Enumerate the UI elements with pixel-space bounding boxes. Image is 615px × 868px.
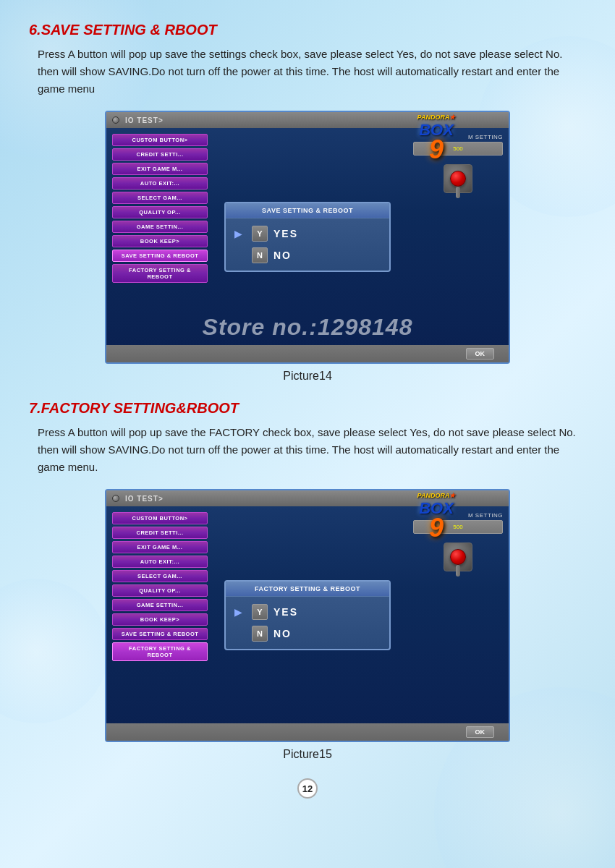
section-7-title: 7.FACTORY SETTING&RBOOT	[29, 400, 586, 417]
menu-save-setting[interactable]: SAVE SETTING & REBOOT	[112, 250, 208, 262]
section-7-body: Press A button will pop up save the FACT…	[29, 424, 586, 476]
n-key: N	[252, 247, 268, 263]
joystick-area-1	[444, 164, 472, 193]
screenshot-save-setting: IO TEST> PANDORA★ BOX 9 CUSTOM BUTTON> C…	[105, 111, 510, 364]
picture-15-label: Picture15	[29, 748, 586, 761]
menu-quality[interactable]: QUALITY OP...	[112, 206, 208, 218]
joystick-2	[444, 542, 472, 571]
yes-arrow: ▶	[234, 228, 246, 239]
menu-save-setting-2[interactable]: SAVE SETTING & REBOOT	[112, 628, 208, 640]
menu-exit-game[interactable]: EXIT GAME M...	[112, 163, 208, 175]
game-bottom-1: OK	[106, 345, 509, 362]
factory-dialog-box: FACTORY SETTING & REBOOT ▶ Y YES ▶ N NO	[224, 580, 391, 650]
game-screen-1: IO TEST> PANDORA★ BOX 9 CUSTOM BUTTON> C…	[105, 111, 510, 364]
topbar-dot-1	[112, 116, 119, 124]
menu-credit-setting[interactable]: CREDIT SETTI...	[112, 148, 208, 161]
save-dialog-box: SAVE SETTING & REBOOT ▶ Y YES ▶ N NO	[224, 202, 391, 272]
page-number: 12	[297, 778, 318, 799]
dialog-options-2: ▶ Y YES ▶ N NO	[226, 597, 389, 649]
no-option-2[interactable]: ▶ N NO	[234, 626, 381, 642]
joystick-ball-1	[450, 171, 466, 187]
picture-14-label: Picture14	[29, 370, 586, 383]
game-screen-2: IO TEST> PANDORA★ BOX 9 CUSTOM BUTTON> C…	[105, 489, 510, 742]
yes-arrow-2: ▶	[234, 606, 246, 618]
yes-option-2[interactable]: ▶ Y YES	[234, 604, 381, 620]
section-6-title: 6.SAVE SETTING & RBOOT	[29, 22, 586, 38]
topbar-text-1: IO TEST>	[125, 116, 164, 124]
screenshot-factory-setting: IO TEST> PANDORA★ BOX 9 CUSTOM BUTTON> C…	[105, 489, 510, 742]
no-label: NO	[273, 250, 292, 261]
ok-button-1[interactable]: OK	[466, 348, 495, 359]
menu-factory-setting-2[interactable]: FACTORY SETTING & REBOOT	[112, 642, 208, 661]
menu-exit-game-2[interactable]: EXIT GAME M...	[112, 541, 208, 553]
section-6-body: Press A button will pop up save the sett…	[29, 46, 586, 98]
topbar-text-2: IO TEST>	[125, 495, 164, 503]
y-key: Y	[252, 226, 268, 242]
pandora-logo-2: PANDORA★ BOX 9	[364, 490, 509, 545]
menu-book-keep[interactable]: BOOK KEEP>	[112, 235, 208, 247]
menu-auto-exit-2[interactable]: AUTO EXIT:...	[112, 556, 208, 568]
game-bottom-2: OK	[106, 723, 509, 741]
joystick-stick-2	[456, 565, 460, 576]
menu-custom-button-2[interactable]: CUSTOM BUTTON>	[112, 512, 208, 524]
n-key-2: N	[252, 626, 268, 642]
topbar-dot-2	[112, 495, 119, 502]
yes-option[interactable]: ▶ Y YES	[234, 226, 381, 242]
joystick-area-2	[444, 542, 472, 571]
section-7: 7.FACTORY SETTING&RBOOT Press A button w…	[29, 400, 586, 476]
yes-label-2: YES	[273, 606, 298, 618]
no-label-2: NO	[273, 628, 292, 639]
joystick-ball-2	[450, 549, 466, 565]
section-6: 6.SAVE SETTING & RBOOT Press A button wi…	[29, 22, 586, 98]
menu-book-keep-2[interactable]: BOOK KEEP>	[112, 613, 208, 626]
factory-dialog-title: FACTORY SETTING & REBOOT	[226, 582, 389, 597]
dialog-options-1: ▶ Y YES ▶ N NO	[226, 218, 389, 271]
y-key-2: Y	[252, 604, 268, 620]
menu-column-2: CUSTOM BUTTON> CREDIT SETTI... EXIT GAME…	[106, 506, 208, 723]
menu-factory-setting[interactable]: FACTORY SETTING & REBOOT	[112, 264, 208, 283]
menu-select-game-2[interactable]: SELECT GAM...	[112, 570, 208, 582]
save-dialog-title: SAVE SETTING & REBOOT	[226, 203, 389, 218]
yes-label: YES	[273, 228, 298, 239]
joystick-1	[444, 164, 472, 193]
no-option[interactable]: ▶ N NO	[234, 247, 381, 263]
menu-quality-2[interactable]: QUALITY OP...	[112, 584, 208, 597]
ok-button-2[interactable]: OK	[466, 726, 495, 738]
menu-auto-exit[interactable]: AUTO EXIT:...	[112, 177, 208, 190]
menu-credit-setting-2[interactable]: CREDIT SETTI...	[112, 527, 208, 539]
menu-select-game[interactable]: SELECT GAM...	[112, 192, 208, 204]
menu-column-1: CUSTOM BUTTON> CREDIT SETTI... EXIT GAME…	[106, 128, 208, 345]
menu-custom-button[interactable]: CUSTOM BUTTON>	[112, 134, 208, 146]
joystick-stick-1	[456, 187, 460, 198]
menu-game-setting[interactable]: GAME SETTIN...	[112, 221, 208, 233]
menu-game-setting-2[interactable]: GAME SETTIN...	[112, 599, 208, 611]
pandora-logo-1: PANDORA★ BOX 9	[364, 112, 509, 166]
